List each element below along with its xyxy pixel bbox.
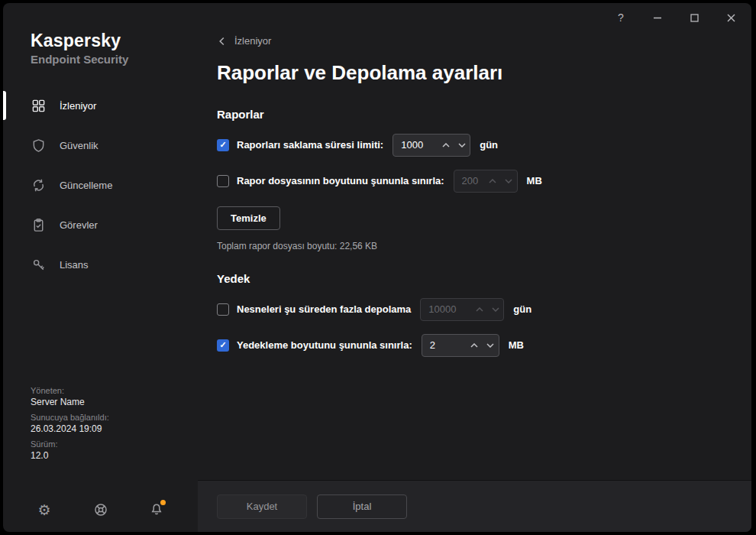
reports-size-limit-checkbox[interactable] — [217, 175, 229, 187]
chevron-down-icon[interactable] — [454, 135, 470, 156]
sidebar-item-label: Lisans — [60, 259, 89, 271]
key-icon — [31, 257, 46, 272]
sidebar-item-label: Güncelleme — [60, 180, 112, 191]
reports-keep-limit-spinner — [393, 134, 470, 157]
shield-icon — [31, 138, 46, 153]
reports-size-limit-input[interactable] — [454, 175, 485, 186]
sidebar-item-gorevler[interactable]: Görevler — [3, 205, 198, 245]
backup-age-limit-spinner — [420, 298, 504, 321]
backup-size-limit-row: Yedekleme boyutunu şununla sınırla: MB — [217, 334, 729, 357]
connected-label: Sunucuya bağlanıldı: — [31, 413, 109, 422]
chevron-up-icon[interactable] — [467, 335, 483, 356]
backup-size-limit-label: Yedekleme boyutunu şununla sınırla: — [237, 339, 412, 351]
sidebar-item-label: İzleniyor — [60, 100, 96, 112]
notifications-bell-icon[interactable] — [147, 501, 166, 519]
back-link[interactable]: İzleniyor — [217, 35, 271, 47]
minimize-icon[interactable] — [649, 9, 666, 26]
connected-value: 26.03.2024 19:09 — [31, 423, 109, 434]
sidebar-toolbar: ⚙ — [3, 501, 198, 519]
reports-section-header: Raporlar — [217, 108, 729, 121]
chevron-down-icon[interactable] — [501, 170, 517, 192]
reports-size-limit-spinner — [454, 170, 518, 193]
sidebar-item-label: Görevler — [60, 219, 98, 231]
connection-info: Yöneten: Server Name Sunucuya bağlanıldı… — [31, 386, 109, 466]
save-button[interactable]: Kaydet — [217, 494, 307, 519]
backup-size-limit-spinner — [422, 334, 499, 357]
reports-total-size-text: Toplam rapor dosyası boyutu: 22,56 KB — [217, 241, 729, 251]
tasks-clipboard-icon — [31, 217, 46, 232]
backup-size-limit-input[interactable] — [422, 339, 467, 351]
backup-size-limit-unit: MB — [509, 339, 524, 351]
monitoring-grid-icon — [31, 98, 46, 113]
close-icon[interactable] — [722, 9, 739, 26]
sidebar-item-lisans[interactable]: Lisans — [3, 245, 198, 284]
backup-age-limit-unit: gün — [513, 303, 531, 315]
chevron-down-icon[interactable] — [487, 299, 503, 320]
sidebar-item-label: Güvenlik — [60, 140, 99, 151]
page-title: Raporlar ve Depolama ayarları — [217, 61, 729, 85]
sidebar-item-guvenlik[interactable]: Güvenlik — [3, 125, 198, 165]
reports-size-limit-row: Rapor dosyasının boyutunu şununla sınırl… — [217, 170, 729, 193]
chevron-up-icon[interactable] — [485, 170, 501, 192]
clear-reports-button[interactable]: Temizle — [217, 206, 280, 230]
managed-by-label: Yöneten: — [31, 386, 109, 395]
settings-gear-icon[interactable]: ⚙ — [35, 501, 53, 519]
sidebar-nav: İzleniyor Güvenlik — [3, 86, 198, 284]
sidebar-item-izleniyor[interactable]: İzleniyor — [3, 86, 198, 125]
maximize-icon[interactable] — [686, 9, 703, 26]
backup-section-header: Yedek — [217, 272, 729, 285]
brand-name: Kaspersky — [31, 31, 198, 51]
back-label: İzleniyor — [234, 35, 271, 47]
version-value: 12.0 — [31, 450, 109, 461]
brand: Kaspersky Endpoint Security — [3, 3, 198, 66]
sidebar: Kaspersky Endpoint Security İzleniyor — [3, 3, 198, 532]
version-label: Sürüm: — [31, 439, 109, 449]
app-window: ? Kaspersky Endpoint Security — [3, 3, 751, 532]
main-content: İzleniyor Raporlar ve Depolama ayarları … — [198, 3, 751, 480]
back-chevron-icon — [217, 36, 228, 47]
reports-size-limit-unit: MB — [527, 175, 542, 186]
reports-keep-limit-label: Raporları saklama süresi limiti: — [237, 139, 383, 151]
reports-keep-limit-input[interactable] — [393, 139, 438, 151]
backup-size-limit-checkbox[interactable] — [217, 339, 229, 352]
support-icon[interactable] — [92, 501, 110, 519]
brand-subtitle: Endpoint Security — [31, 53, 198, 66]
sidebar-item-guncelleme[interactable]: Güncelleme — [3, 165, 198, 205]
managed-by-value: Server Name — [31, 397, 109, 407]
reports-keep-limit-checkbox[interactable] — [217, 139, 229, 151]
reports-keep-limit-row: Raporları saklama süresi limiti: gün — [217, 134, 729, 157]
cancel-button[interactable]: İptal — [317, 494, 407, 519]
notification-badge — [160, 500, 166, 505]
help-icon[interactable]: ? — [612, 9, 629, 26]
chevron-up-icon[interactable] — [438, 135, 454, 156]
footer-bar: Kaydet İptal — [198, 480, 751, 532]
backup-age-limit-row: Nesneleri şu süreden fazla depolama gün — [217, 298, 729, 321]
backup-age-limit-input[interactable] — [421, 303, 471, 315]
window-controls: ? — [612, 9, 739, 26]
chevron-down-icon[interactable] — [483, 335, 499, 356]
backup-age-limit-label: Nesneleri şu süreden fazla depolama — [237, 303, 411, 315]
backup-age-limit-checkbox[interactable] — [217, 303, 229, 316]
chevron-up-icon[interactable] — [471, 299, 487, 320]
reports-keep-limit-unit: gün — [480, 139, 498, 151]
refresh-icon — [31, 177, 46, 193]
reports-size-limit-label: Rapor dosyasının boyutunu şununla sınırl… — [237, 175, 444, 186]
